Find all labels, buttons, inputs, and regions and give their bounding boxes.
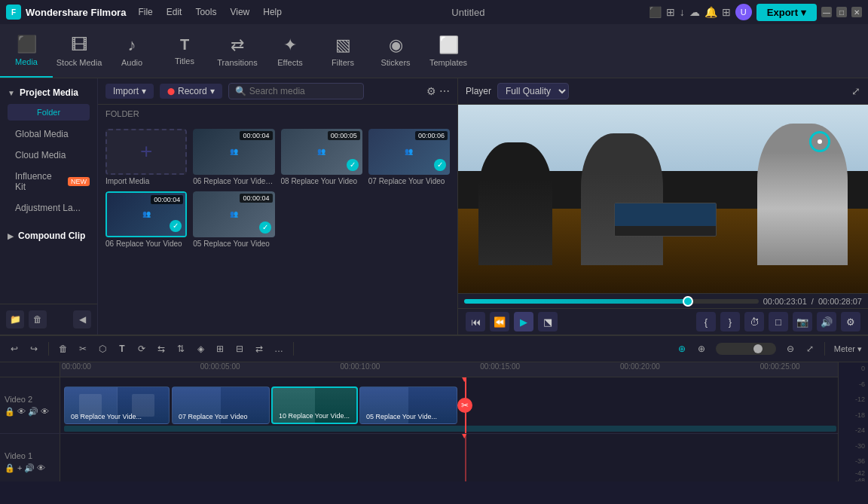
speed-button[interactable]: ⇄ xyxy=(251,341,267,357)
media-item-vid3[interactable]: 👥 00:00:06 ✓ 07 Replace Your Video xyxy=(368,129,450,185)
filter-icon[interactable]: ⚙ xyxy=(426,85,436,97)
delete-clip-button[interactable]: 🗑 xyxy=(55,341,72,357)
maximize-button[interactable]: □ xyxy=(836,7,847,17)
clip-c3[interactable]: 10 Replace Your Vide... xyxy=(271,386,358,424)
quality-select[interactable]: Full Quality xyxy=(497,83,569,99)
zoom-out-button[interactable]: ⊖ xyxy=(782,341,799,357)
audio-detach-button[interactable]: ⊟ xyxy=(231,341,248,357)
apps-icon[interactable]: ⊞ xyxy=(722,6,731,18)
media-content-area: Import ▾ ⬤ Record ▾ 🔍 ⚙ ⋯ FOLDER + xyxy=(98,78,457,334)
media-item-vid4[interactable]: 👥 00:00:04 ✓ 06 Replace Your Video xyxy=(105,191,187,248)
layout-icon[interactable]: ⊞ xyxy=(666,6,675,18)
close-button[interactable]: ✕ xyxy=(851,7,862,17)
delete-folder-button[interactable]: 🗑 xyxy=(29,310,47,328)
menu-view[interactable]: View xyxy=(224,5,255,19)
track-mute-icon[interactable]: 👁 xyxy=(41,407,49,417)
add-track-button[interactable]: ⊕ xyxy=(674,341,690,357)
stabilize-button[interactable]: ⊞ xyxy=(212,341,228,357)
new-folder-button[interactable]: 📁 xyxy=(6,310,24,328)
color-button[interactable]: ◈ xyxy=(192,341,209,357)
toolbar-stickers[interactable]: ◉ Stickers xyxy=(369,24,422,78)
undo-button[interactable]: ↩ xyxy=(6,341,23,357)
preview-progress-bar[interactable]: 00:00:23:01 / 00:00:28:07 xyxy=(458,293,868,308)
bell-icon[interactable]: 🔔 xyxy=(704,6,717,18)
menu-tools[interactable]: Tools xyxy=(189,5,222,19)
sidebar-cloud-media[interactable]: Cloud Media xyxy=(0,145,97,166)
progress-bar-track[interactable] xyxy=(464,299,759,304)
screen-icon[interactable]: ⬛ xyxy=(649,6,662,18)
more-options-icon[interactable]: ⋯ xyxy=(439,85,450,97)
toolbar-transitions[interactable]: ⇄ Transitions xyxy=(211,24,264,78)
media-item-vid1[interactable]: 👥 00:00:04 06 Replace Your Video... xyxy=(193,129,274,185)
menu-edit[interactable]: Edit xyxy=(160,5,188,19)
search-box[interactable]: 🔍 xyxy=(228,83,364,99)
minimize-button[interactable]: — xyxy=(821,7,832,17)
toolbar-stock-media[interactable]: 🎞 Stock Media xyxy=(53,24,105,78)
media-item-vid2[interactable]: 👥 00:00:05 ✓ 08 Replace Your Video xyxy=(281,129,362,185)
loop-button[interactable]: ⬔ xyxy=(538,312,558,331)
toolbar-templates[interactable]: ⬜ Templates xyxy=(422,24,475,78)
toolbar-media[interactable]: ⬛ Media xyxy=(0,24,53,78)
skip-back-button[interactable]: ⏮ xyxy=(466,312,485,331)
sidebar-global-media[interactable]: Global Media xyxy=(0,124,97,145)
track-lock-icon-v1[interactable]: 🔒 xyxy=(5,463,15,473)
crop-button[interactable]: ⬡ xyxy=(94,341,111,357)
clip-c4[interactable]: 05 Replace Your Vide... xyxy=(359,386,457,424)
rotate-button[interactable]: ⟳ xyxy=(133,341,150,357)
progress-thumb[interactable] xyxy=(683,296,693,307)
download-icon[interactable]: ↓ xyxy=(680,6,685,18)
player-label: Player xyxy=(466,86,491,96)
menu-file[interactable]: File xyxy=(132,5,158,19)
text-button[interactable]: T xyxy=(114,341,130,357)
menu-help[interactable]: Help xyxy=(257,5,288,19)
media-item-vid5[interactable]: 👥 00:00:04 ✓ 05 Replace Your Video xyxy=(193,191,274,248)
import-button[interactable]: Import ▾ xyxy=(105,84,154,99)
export-button[interactable]: Export ▾ xyxy=(756,4,817,21)
user-avatar[interactable]: U xyxy=(735,4,752,20)
track-mute-icon-v1[interactable]: 🔊 xyxy=(24,463,35,473)
record-button[interactable]: ⬤ Record ▾ xyxy=(160,84,222,99)
flip-v-button[interactable]: ⇅ xyxy=(173,341,189,357)
redo-button[interactable]: ↪ xyxy=(26,341,42,357)
search-input[interactable] xyxy=(249,86,357,96)
fit-button[interactable]: ⤢ xyxy=(802,341,818,357)
toolbar-titles[interactable]: T Titles xyxy=(158,24,211,78)
play-button[interactable]: ▶ xyxy=(514,312,533,331)
settings-button[interactable]: ⚙ xyxy=(841,312,860,331)
zoom-in-button[interactable]: ⊕ xyxy=(693,341,710,357)
import-label: Import xyxy=(113,86,139,96)
step-back-button[interactable]: ⏪ xyxy=(490,312,509,331)
compound-clip-header[interactable]: ▶ Compound Clip xyxy=(0,225,97,244)
toolbar-filters[interactable]: ▧ Filters xyxy=(316,24,369,78)
folder-button[interactable]: Folder xyxy=(8,104,90,121)
meter-label[interactable]: Meter ▾ xyxy=(834,344,862,354)
track-visible-icon[interactable]: 👁 xyxy=(17,407,26,417)
track-lock-icon[interactable]: 🔒 xyxy=(5,407,15,417)
clip-c1[interactable]: 08 Replace Your Vide... xyxy=(64,386,170,424)
track-audio-icon[interactable]: 🔊 xyxy=(28,407,38,417)
flip-h-button[interactable]: ⇆ xyxy=(153,341,170,357)
sidebar-adjustment[interactable]: Adjustment La... xyxy=(0,197,97,218)
cut-button[interactable]: ✂ xyxy=(75,341,91,357)
zoom-slider[interactable] xyxy=(716,343,776,355)
volume-button[interactable]: 🔊 xyxy=(817,312,836,331)
cloud-icon[interactable]: ☁ xyxy=(689,6,700,18)
clip-c2[interactable]: 07 Replace Your Video xyxy=(172,386,270,424)
mark-out-button[interactable]: } xyxy=(720,312,740,331)
import-media-item[interactable]: + Import Media xyxy=(105,129,187,185)
track-add-icon-v1[interactable]: + xyxy=(17,463,22,473)
track-eye-icon-v1[interactable]: 👁 xyxy=(37,463,45,473)
more-button[interactable]: … xyxy=(270,341,287,357)
zoom-thumb[interactable] xyxy=(753,344,763,353)
snapshot-button[interactable]: □ xyxy=(769,312,788,331)
expand-icon[interactable]: ⤢ xyxy=(851,85,860,97)
mark-in-button[interactable]: { xyxy=(696,312,716,331)
sidebar-influence-kit[interactable]: Influence Kit NEW xyxy=(0,166,97,197)
project-media-header[interactable]: ▼ Project Media xyxy=(0,81,97,101)
toolbar-audio[interactable]: ♪ Audio xyxy=(105,24,158,78)
collapse-sidebar-button[interactable]: ◀ xyxy=(73,310,91,328)
titlebar-menus: File Edit Tools View Help xyxy=(132,5,288,19)
camera-button[interactable]: 📷 xyxy=(793,312,812,331)
clip-speed-button[interactable]: ⏱ xyxy=(744,312,764,331)
toolbar-effects[interactable]: ✦ Effects xyxy=(264,24,316,78)
